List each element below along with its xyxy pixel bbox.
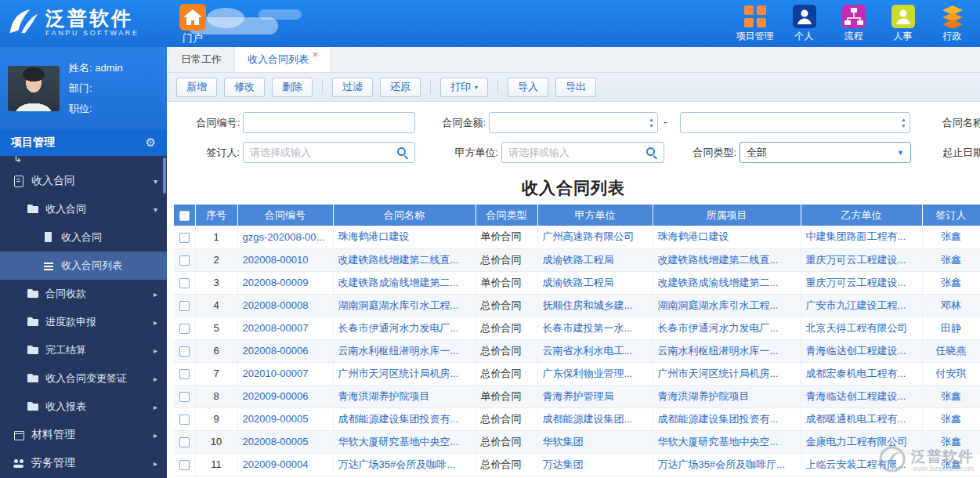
cell-party_a[interactable]: 成渝铁路工程局 xyxy=(537,271,653,294)
column-header[interactable]: 合同类型 xyxy=(476,205,537,226)
sidebar-item-labor-management[interactable]: 劳务管理▸ xyxy=(0,449,167,477)
cell-name[interactable]: 改建铁路成渝线增建第二... xyxy=(333,271,476,294)
cell-code[interactable]: 202009-00004 xyxy=(237,453,333,476)
cell-party_b[interactable]: 广安市九江建设工程... xyxy=(801,294,922,317)
table-row[interactable]: 10202008-00005华软大厦研究基地中央空...总价合同华软集团华软大厦… xyxy=(174,430,980,453)
cell-name[interactable]: 云南水利枢纽潜明水库一... xyxy=(333,339,476,362)
restore-button[interactable]: 还原 xyxy=(380,78,421,97)
contract-no-input[interactable] xyxy=(243,112,415,133)
cell-name[interactable]: 改建铁路线增建第二线直... xyxy=(333,248,476,271)
sidebar-item-income-contract[interactable]: 收入合同▾ xyxy=(0,167,167,195)
cell-signer[interactable]: 张鑫 xyxy=(922,271,980,294)
cell-party_a[interactable]: 万达集团 xyxy=(537,453,653,476)
cell-project[interactable]: 广州市天河区统计局机房... xyxy=(653,362,801,385)
row-checkbox[interactable] xyxy=(179,255,190,266)
tab-income-contract-list[interactable]: 收入合同列表× xyxy=(235,47,331,72)
cell-signer[interactable]: 付安琪 xyxy=(922,362,980,385)
sidebar-item-income-contract-entry[interactable]: 收入合同 xyxy=(0,223,167,252)
cell-name[interactable]: 长春市伊通河水力发电厂... xyxy=(333,317,476,339)
gear-icon[interactable]: ⚙ xyxy=(146,136,156,150)
cell-signer[interactable]: 邓林 xyxy=(922,294,980,317)
cell-party_b[interactable]: 金康电力工程有限公司 xyxy=(801,430,922,453)
export-button[interactable]: 导出 xyxy=(555,78,596,97)
cell-party_a[interactable]: 成都能源建设集团... xyxy=(537,407,653,430)
table-row[interactable]: 7202010-00007广州市天河区统计局机房...总价合同广东保利物业管理.… xyxy=(174,362,980,385)
cell-project[interactable]: 改建铁路成渝线增建第二... xyxy=(653,271,801,294)
row-checkbox[interactable] xyxy=(179,460,190,470)
sidebar-scrollbar[interactable] xyxy=(163,158,166,194)
cell-code[interactable]: 202010-00007 xyxy=(237,362,333,385)
column-header[interactable]: 合同编号 xyxy=(237,205,333,226)
table-row[interactable]: 8202009-00006青海洪湖养护院项目单价合同青海养护管理局青海洪湖养护院… xyxy=(174,385,980,407)
cell-party_a[interactable]: 广州高速路有限公司 xyxy=(537,226,653,248)
cell-project[interactable]: 成都能源建设集团投资有... xyxy=(653,407,801,430)
party-a-input[interactable] xyxy=(501,142,664,163)
sidebar-item-progress-payment-declare[interactable]: 进度款申报▸ xyxy=(0,308,167,336)
column-header[interactable]: 序号 xyxy=(195,205,237,226)
cell-code[interactable]: 202008-00007 xyxy=(237,317,333,339)
cell-signer[interactable]: 任晓燕 xyxy=(922,339,980,362)
table-row[interactable]: 11202009-00004万达广场35#会所及咖啡...总价合同万达集团万达广… xyxy=(174,453,980,476)
column-header[interactable]: 乙方单位 xyxy=(801,205,922,226)
amount-to-input[interactable] xyxy=(680,112,910,133)
row-checkbox[interactable] xyxy=(179,437,190,447)
row-checkbox[interactable] xyxy=(179,392,190,402)
nav-hr[interactable]: 人事 xyxy=(878,4,928,43)
cell-party_b[interactable]: 中建集团路面工程有... xyxy=(801,226,922,248)
cell-name[interactable]: 华软大厦研究基地中央空... xyxy=(333,430,476,453)
search-icon[interactable] xyxy=(397,147,408,158)
cell-signer[interactable]: 张鑫 xyxy=(922,226,980,248)
cell-project[interactable]: 华软大厦研究基地中央空... xyxy=(653,430,801,453)
tab-daily-work[interactable]: 日常工作 xyxy=(168,47,235,72)
cell-code[interactable]: gzgs-202008-00... xyxy=(237,226,333,248)
nav-personal[interactable]: 个人 xyxy=(779,4,829,43)
cell-code[interactable]: 202008-00010 xyxy=(237,248,333,271)
cell-code[interactable]: 202008-00009 xyxy=(237,271,333,294)
close-icon[interactable]: × xyxy=(313,49,318,60)
sidebar-item-income-contract-group[interactable]: 收入合同▾ xyxy=(0,195,167,223)
table-row[interactable]: 6202008-00006云南水利枢纽潜明水库一...总价合同云南省水利水电工.… xyxy=(174,339,980,362)
sidebar-item-contract-receipt[interactable]: 合同收款▸ xyxy=(0,280,167,308)
cell-code[interactable]: 202008-00006 xyxy=(237,339,333,362)
cell-party_a[interactable]: 成渝铁路工程局 xyxy=(537,248,653,271)
column-header[interactable]: 合同名称 xyxy=(333,205,476,226)
cell-party_a[interactable]: 长春市建投第一水... xyxy=(537,317,653,339)
cell-project[interactable]: 万达广场35#会所及咖啡厅... xyxy=(653,453,801,476)
print-button[interactable]: 打印▾ xyxy=(440,78,488,97)
column-header[interactable]: 甲方单位 xyxy=(537,205,653,226)
cell-signer[interactable]: 张鑫 xyxy=(922,248,980,271)
cell-party_b[interactable]: 重庆万可云工程建设... xyxy=(801,271,922,294)
cell-party_a[interactable]: 云南省水利水电工... xyxy=(537,339,653,362)
table-row[interactable]: 3202008-00009改建铁路成渝线增建第二...单价合同成渝铁路工程局改建… xyxy=(174,271,980,294)
cell-project[interactable]: 改建铁路线增建第二线直... xyxy=(653,248,801,271)
cell-name[interactable]: 广州市天河区统计局机房... xyxy=(333,362,476,385)
spinner-icon[interactable]: ▲▼ xyxy=(649,112,654,133)
cell-party_b[interactable]: 青海临达创工程建设... xyxy=(801,385,922,407)
sidebar-item-income-contract-change-visa[interactable]: 收入合同变更签证▸ xyxy=(0,364,167,393)
table-row[interactable]: 9202009-00005成都能源建设集团投资有...总价合同成都能源建设集团.… xyxy=(174,407,980,430)
cell-project[interactable]: 云南水利枢纽潜明水库一... xyxy=(653,339,801,362)
cell-party_b[interactable]: 青海临达创工程建设... xyxy=(801,339,922,362)
row-checkbox[interactable] xyxy=(179,346,190,357)
cell-signer[interactable]: 田静 xyxy=(922,317,980,339)
cell-project[interactable]: 珠海鹤港口建设 xyxy=(653,226,801,248)
nav-process[interactable]: 流程 xyxy=(829,4,878,43)
cell-code[interactable]: 202008-00008 xyxy=(237,294,333,317)
cell-party_a[interactable]: 青海养护管理局 xyxy=(537,385,653,407)
nav-project-management[interactable]: 项目管理 xyxy=(730,4,779,43)
cell-party_b[interactable]: 重庆万可云工程建设... xyxy=(801,248,922,271)
sidebar-item-material-management[interactable]: 材料管理▸ xyxy=(0,421,167,449)
column-header[interactable]: 签订人 xyxy=(922,205,980,226)
nav-admin[interactable]: 行政 xyxy=(928,4,977,43)
cell-party_b[interactable]: 成都暖通机电工程有... xyxy=(801,407,922,430)
column-header[interactable]: 所属项目 xyxy=(653,205,801,226)
table-row[interactable]: 1gzgs-202008-00...珠海鹤港口建设单价合同广州高速路有限公司珠海… xyxy=(174,226,980,248)
cell-party_b[interactable]: 北京天得工程有限公司 xyxy=(801,317,922,339)
cell-party_a[interactable]: 华软集团 xyxy=(537,430,653,453)
cell-signer[interactable]: 张鑫 xyxy=(922,453,980,476)
cell-party_a[interactable]: 抚顺住房和城乡建... xyxy=(537,294,653,317)
cell-name[interactable]: 青海洪湖养护院项目 xyxy=(333,385,476,407)
cell-name[interactable]: 万达广场35#会所及咖啡... xyxy=(333,453,476,476)
row-checkbox[interactable] xyxy=(179,233,190,243)
sidebar-item-completion-settlement[interactable]: 完工结算▸ xyxy=(0,336,167,364)
